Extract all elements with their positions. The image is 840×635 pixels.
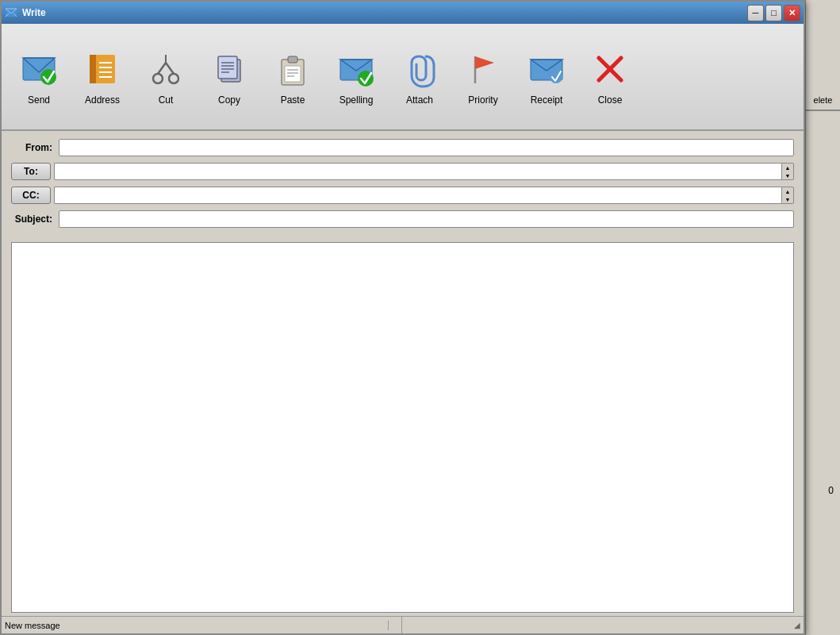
- to-input[interactable]: [54, 163, 781, 180]
- priority-label: Priority: [468, 94, 497, 106]
- message-body: [11, 242, 794, 613]
- spelling-button[interactable]: Spelling: [325, 29, 387, 125]
- close-icon: [589, 48, 631, 90]
- send-icon: [18, 48, 59, 90]
- spelling-icon: [336, 48, 377, 90]
- form-area: From: To: ▲ ▼ CC:: [2, 131, 804, 239]
- maximize-button[interactable]: □: [765, 5, 782, 21]
- status-section-3: [402, 617, 795, 633]
- copy-button[interactable]: Copy: [198, 29, 260, 125]
- copy-label: Copy: [218, 94, 240, 106]
- cc-spinner-down[interactable]: ▼: [782, 195, 793, 203]
- receipt-button[interactable]: Receipt: [516, 29, 577, 125]
- close-window-button[interactable]: ✕: [784, 5, 800, 21]
- subject-row: Subject:: [11, 209, 794, 229]
- svg-rect-8: [90, 55, 96, 83]
- from-label: From:: [11, 142, 59, 153]
- write-window: Write ─ □ ✕: [0, 0, 805, 635]
- paste-label: Paste: [281, 94, 305, 106]
- status-bar: New message ◢: [2, 616, 804, 633]
- svg-line-15: [158, 63, 166, 74]
- cc-row: CC: ▲ ▼: [11, 185, 794, 206]
- subject-label: Subject:: [11, 214, 59, 225]
- address-label: Address: [85, 94, 120, 106]
- svg-rect-26: [285, 66, 301, 82]
- message-textarea[interactable]: [12, 243, 793, 612]
- svg-rect-25: [288, 56, 297, 63]
- to-spinner: ▲ ▼: [781, 163, 794, 180]
- to-row: To: ▲ ▼: [11, 161, 794, 182]
- cut-icon: [145, 48, 186, 90]
- spelling-label: Spelling: [339, 94, 374, 106]
- title-text: Write: [22, 7, 46, 18]
- status-section-2: [389, 617, 402, 633]
- svg-marker-34: [475, 56, 494, 69]
- bg-delete-label: elete: [814, 95, 833, 105]
- status-text: New message: [5, 621, 389, 630]
- resize-handle[interactable]: ◢: [794, 621, 800, 629]
- title-icon: [5, 6, 17, 19]
- attach-icon: [399, 48, 440, 90]
- cc-input[interactable]: [54, 187, 781, 204]
- send-button[interactable]: Send: [8, 29, 70, 125]
- minimize-button[interactable]: ─: [747, 5, 764, 21]
- paste-icon: [272, 48, 313, 90]
- paste-button[interactable]: Paste: [262, 29, 324, 125]
- svg-point-14: [169, 74, 178, 83]
- copy-icon: [209, 48, 250, 90]
- priority-button[interactable]: Priority: [452, 29, 514, 125]
- from-input[interactable]: [59, 139, 794, 156]
- cc-button[interactable]: CC:: [11, 187, 51, 204]
- cut-label: Cut: [159, 94, 174, 106]
- title-bar: Write ─ □ ✕: [2, 2, 804, 24]
- address-icon: [82, 48, 123, 90]
- to-spinner-up[interactable]: ▲: [782, 164, 793, 171]
- to-spinner-down[interactable]: ▼: [782, 171, 793, 179]
- attach-button[interactable]: Attach: [389, 29, 451, 125]
- svg-rect-19: [218, 56, 237, 79]
- bg-number: 0: [828, 485, 834, 496]
- close-label: Close: [598, 94, 623, 106]
- attach-label: Attach: [406, 94, 433, 106]
- receipt-label: Receipt: [531, 94, 563, 106]
- from-row: From:: [11, 137, 794, 158]
- toolbar: Send Address: [2, 24, 804, 131]
- send-label: Send: [28, 94, 50, 106]
- cc-input-container: ▲ ▼: [54, 187, 794, 204]
- cut-button[interactable]: Cut: [135, 29, 197, 125]
- address-button[interactable]: Address: [71, 29, 133, 125]
- priority-icon: [462, 48, 504, 90]
- svg-line-16: [166, 63, 174, 74]
- to-button[interactable]: To:: [11, 163, 51, 180]
- subject-input[interactable]: [59, 210, 794, 228]
- svg-point-13: [153, 74, 163, 83]
- receipt-icon: [526, 48, 567, 90]
- cc-spinner: ▲ ▼: [781, 187, 794, 204]
- to-input-container: ▲ ▼: [54, 163, 794, 180]
- close-button[interactable]: Close: [579, 29, 641, 125]
- cc-spinner-up[interactable]: ▲: [782, 187, 793, 195]
